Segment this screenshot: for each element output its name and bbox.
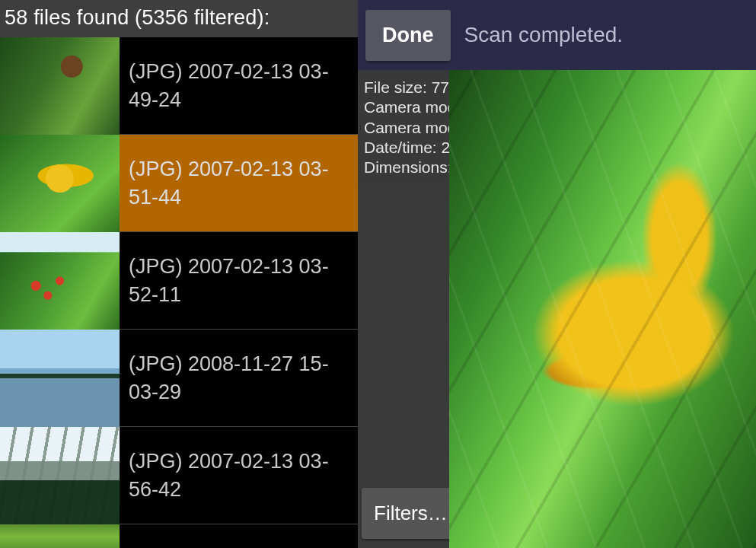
file-thumbnail <box>0 232 120 330</box>
top-bar: Done Scan completed. <box>358 0 756 70</box>
file-label: (JPG) 2007-02-13 03-51-44 <box>120 155 358 211</box>
file-thumbnail <box>0 330 120 427</box>
file-label: (JPG) 2007-02-13 03-52-11 <box>120 253 358 308</box>
preview-gutter: File size: 770247 bytes Camera model: CY… <box>358 70 449 548</box>
preview-area: File size: 770247 bytes Camera model: CY… <box>358 70 756 548</box>
scan-status-text: Scan completed. <box>464 23 624 47</box>
filters-button[interactable]: Filters… <box>362 488 460 539</box>
file-label: (JPG) 2007-02-13 03-56-42 <box>120 448 358 503</box>
file-row[interactable]: (JPG) 2007-02-13 03-51-44 <box>0 135 358 232</box>
file-row[interactable]: (JPG) 2007-02-13 03-49-24 <box>0 37 358 135</box>
file-thumbnail <box>0 135 120 232</box>
file-row[interactable]: (JPG) 2008-11-27 15-03-29 <box>0 330 358 427</box>
file-label: (JPG) 2008-11-27 15-03-29 <box>120 350 358 406</box>
file-list-panel: 58 files found (5356 filtered): (JPG) 20… <box>0 0 358 548</box>
file-thumbnail <box>0 524 120 548</box>
file-list[interactable]: (JPG) 2007-02-13 03-49-24(JPG) 2007-02-1… <box>0 37 358 548</box>
file-thumbnail <box>0 37 120 135</box>
done-button[interactable]: Done <box>365 10 451 61</box>
results-status: 58 files found (5356 filtered): <box>0 0 358 37</box>
preview-image[interactable] <box>449 70 756 548</box>
file-row[interactable]: (JPG) 2007-02-13 03-52-11 <box>0 232 358 330</box>
file-thumbnail <box>0 427 120 524</box>
preview-panel: Done Scan completed. File size: 770247 b… <box>358 0 756 548</box>
file-label: (JPG) 2007-02-13 03-49-24 <box>120 58 358 113</box>
file-row[interactable] <box>0 524 358 548</box>
file-row[interactable]: (JPG) 2007-02-13 03-56-42 <box>0 427 358 524</box>
